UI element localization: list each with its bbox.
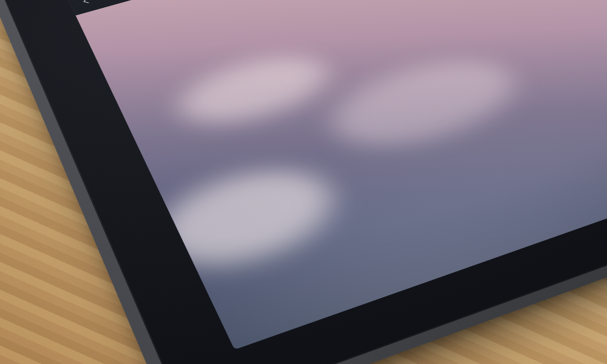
tablet-bezel: ••• AUTO ▶ EDITS LIGHT ▼	[0, 0, 607, 364]
tablet-device: ••• AUTO ▶ EDITS LIGHT ▼	[0, 0, 607, 364]
vignette	[76, 0, 607, 349]
app-screen: ••• AUTO ▶ EDITS LIGHT ▼	[66, 0, 607, 349]
photo-canvas[interactable]	[76, 0, 607, 349]
back-icon[interactable]	[78, 0, 95, 7]
